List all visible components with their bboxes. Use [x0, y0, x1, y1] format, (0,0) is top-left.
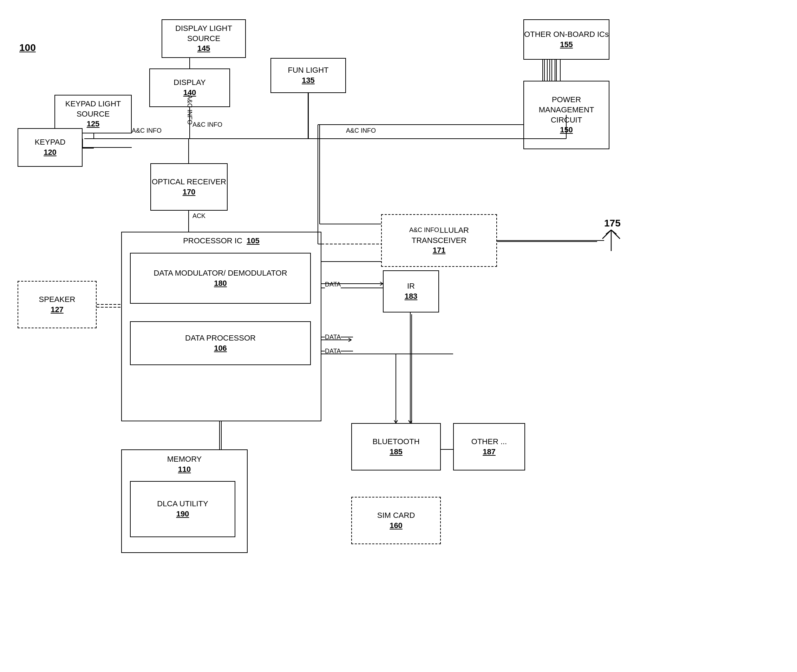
fun-light-box: FUN LIGHT 135: [271, 58, 346, 93]
optical-receiver-box: OPTICAL RECEIVER 170: [150, 163, 228, 211]
bluetooth-label: BLUETOOTH: [372, 437, 419, 447]
sim-card-number: 160: [390, 521, 403, 531]
display-label: DISPLAY: [173, 78, 205, 88]
main-ref-label: 100: [19, 42, 36, 53]
data-label-1: DATA: [325, 281, 341, 288]
speaker-number: 127: [51, 305, 64, 315]
sim-card-box: SIM CARD 160: [351, 497, 441, 544]
memory-number: 110: [178, 465, 191, 474]
bluetooth-number: 185: [390, 447, 403, 457]
data-processor-label: DATA PROCESSOR: [185, 333, 256, 343]
optical-receiver-label: OPTICAL RECEIVER: [152, 177, 226, 187]
speaker-box: SPEAKER 127: [18, 281, 96, 328]
wifi-transceiver-box: WiFi, CELLULAR TRANSCEIVER 171: [381, 214, 497, 267]
other-onboard-number: 155: [560, 40, 573, 50]
aac-info-vertical-label: A&C INFO: [192, 121, 222, 128]
keypad-box: KEYPAD 120: [18, 128, 83, 167]
power-mgmt-label: POWER MANAGEMENT CIRCUIT: [524, 95, 609, 125]
ir-number: 183: [405, 291, 418, 302]
sim-card-label: SIM CARD: [377, 510, 415, 521]
memory-label: MEMORY: [167, 455, 202, 464]
keypad-label: KEYPAD: [35, 137, 66, 147]
data-processor-box: DATA PROCESSOR 106: [130, 321, 311, 365]
keypad-light-label: KEYPAD LIGHT SOURCE: [55, 99, 131, 119]
power-mgmt-box: POWER MANAGEMENT CIRCUIT 150: [523, 81, 609, 149]
data-modulator-label: DATA MODULATOR/ DEMODULATOR: [154, 268, 287, 278]
ack-label: ACK: [192, 213, 205, 220]
fun-light-label: FUN LIGHT: [288, 65, 329, 75]
dlca-utility-number: 190: [176, 509, 189, 519]
data-label-3: DATA: [325, 347, 341, 355]
data-processor-number: 106: [214, 343, 227, 354]
aac-info-vertical: A&C INFO: [186, 95, 193, 125]
optical-receiver-number: 170: [183, 187, 196, 197]
dlca-utility-box: DLCA UTILITY 190: [130, 481, 235, 537]
ir-box: IR 183: [383, 270, 439, 312]
other-187-label: OTHER ...: [471, 437, 507, 447]
display-light-source-label: DISPLAY LIGHT SOURCE: [162, 24, 245, 43]
aac-info-label-3: A&C INFO: [409, 226, 439, 234]
keypad-light-number: 125: [87, 119, 100, 129]
data-modulator-box: DATA MODULATOR/ DEMODULATOR 180: [130, 253, 311, 304]
other-onboard-box: OTHER ON-BOARD ICs 155: [523, 19, 609, 60]
power-mgmt-number: 150: [560, 125, 573, 135]
data-label-2: DATA: [325, 334, 341, 341]
speaker-label: SPEAKER: [39, 294, 75, 305]
bluetooth-box: BLUETOOTH 185: [351, 423, 441, 470]
aac-info-label-1: A&C INFO: [132, 127, 162, 134]
aac-info-label-2: A&C INFO: [346, 127, 376, 134]
svg-line-32: [611, 230, 616, 234]
diagram: 100: [0, 0, 797, 672]
display-light-source-box: DISPLAY LIGHT SOURCE 145: [162, 19, 246, 58]
antenna-icon: [597, 219, 625, 254]
wifi-transceiver-number: 171: [433, 245, 446, 256]
other-187-box: OTHER ... 187: [453, 423, 525, 470]
fun-light-number: 135: [302, 75, 315, 86]
display-light-source-number: 145: [197, 43, 210, 54]
dlca-utility-label: DLCA UTILITY: [157, 499, 208, 509]
other-187-number: 187: [483, 447, 496, 457]
other-onboard-label: OTHER ON-BOARD ICs: [524, 29, 609, 40]
keypad-light-box: KEYPAD LIGHT SOURCE 125: [55, 95, 132, 133]
keypad-number: 120: [43, 147, 56, 158]
ir-label: IR: [407, 281, 415, 291]
processor-ic-number: 105: [247, 236, 260, 245]
svg-line-31: [606, 230, 611, 234]
processor-ic-label: PROCESSOR IC: [183, 236, 247, 245]
data-modulator-number: 180: [214, 278, 227, 289]
